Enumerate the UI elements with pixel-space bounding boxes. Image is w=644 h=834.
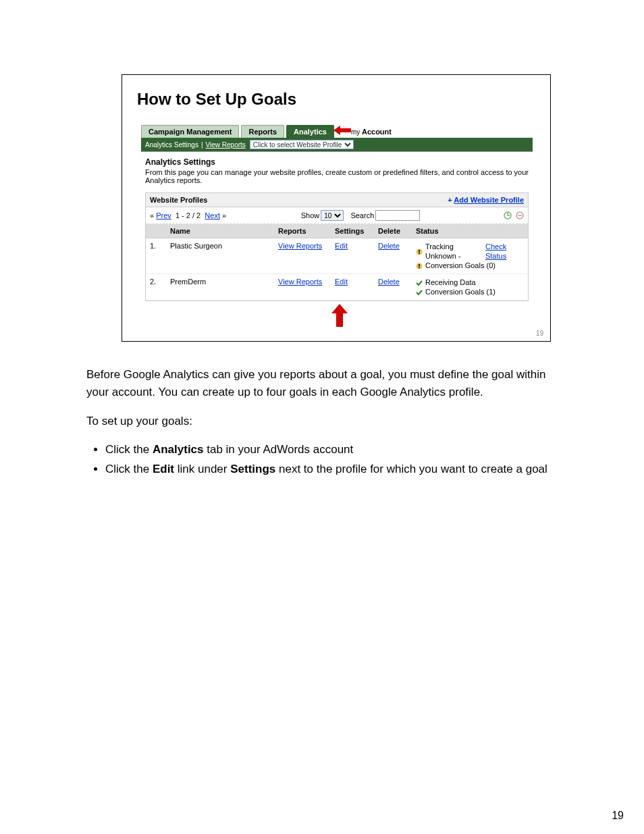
- edit-link[interactable]: Edit: [335, 242, 348, 250]
- pager-rq: »: [222, 211, 226, 219]
- analytics-screenshot: Campaign Management Reports Analytics my…: [141, 125, 533, 329]
- pager-prev[interactable]: Prev: [156, 211, 171, 219]
- col-name: Name: [166, 224, 274, 238]
- svg-rect-6: [419, 253, 420, 255]
- svg-rect-9: [419, 267, 420, 269]
- body-text: Before Google Analytics can give you rep…: [86, 366, 559, 479]
- search-input[interactable]: [375, 210, 420, 221]
- pager-row: « Prev 1 - 2 / 2 Next » Show 10 Search: [146, 207, 528, 224]
- status-text: Tracking Unknown -: [425, 242, 483, 261]
- slide-frame: How to Set Up Goals Campaign Management …: [122, 74, 551, 342]
- step-1: Click the Analytics tab in your AdWords …: [105, 441, 559, 459]
- search-label: Search: [350, 211, 374, 219]
- profiles-table-wrap: Website Profiles + Add Website Profile «…: [145, 192, 529, 301]
- row-status: Tracking Unknown - Check StatusConversio…: [412, 238, 528, 274]
- table-row: 1.Plastic SurgeonView ReportsEditDeleteT…: [146, 238, 528, 274]
- subbar-settings[interactable]: Analytics Settings: [145, 141, 198, 149]
- profiles-table: Name Reports Settings Delete Status 1.Pl…: [146, 224, 528, 301]
- profiles-header: Website Profiles + Add Website Profile: [146, 193, 528, 207]
- show-label: Show: [301, 211, 320, 219]
- row-num: 2.: [146, 274, 166, 301]
- status-text: Conversion Goals (0): [425, 261, 495, 270]
- pager-next[interactable]: Next: [205, 211, 220, 219]
- delete-link[interactable]: Delete: [378, 278, 400, 286]
- add-website-profile-link[interactable]: Add Website Profile: [454, 196, 524, 204]
- row-status: Receiving DataConversion Goals (1): [412, 274, 528, 301]
- steps-list: Click the Analytics tab in your AdWords …: [86, 441, 559, 479]
- svg-rect-8: [419, 264, 420, 267]
- svg-marker-0: [333, 126, 351, 135]
- intro-paragraph: Before Google Analytics can give you rep…: [86, 366, 559, 402]
- content-block: Analytics Settings From this page you ca…: [141, 152, 533, 303]
- status-text: Conversion Goals (1): [425, 287, 495, 296]
- tab-account-label: Account: [362, 128, 392, 136]
- svg-marker-10: [331, 304, 348, 327]
- row-name: PremDerm: [166, 274, 274, 301]
- sub-bar: Analytics Settings | View Reports Click …: [141, 138, 533, 152]
- svg-rect-5: [419, 250, 420, 253]
- add-plus: +: [448, 196, 452, 204]
- show-select[interactable]: 10: [321, 210, 344, 221]
- tab-analytics[interactable]: Analytics: [286, 125, 334, 138]
- tab-row: Campaign Management Reports Analytics my…: [141, 125, 533, 138]
- delete-icon[interactable]: [516, 211, 524, 219]
- delete-link[interactable]: Delete: [378, 242, 400, 250]
- col-settings: Settings: [331, 224, 374, 238]
- subbar-view-reports[interactable]: View Reports: [206, 141, 246, 149]
- refresh-icon[interactable]: [504, 211, 512, 219]
- row-name: Plastic Surgeon: [166, 238, 274, 274]
- step-2: Click the Edit link under Settings next …: [105, 461, 559, 478]
- red-up-arrow-icon: [331, 304, 533, 329]
- col-status: Status: [412, 224, 528, 238]
- check-icon: [416, 288, 423, 295]
- pager-range: 1 - 2 / 2: [176, 211, 200, 219]
- slide-title: How to Set Up Goals: [137, 90, 538, 109]
- steps-intro: To set up your goals:: [86, 413, 559, 430]
- table-row: 2.PremDermView ReportsEditDeleteReceivin…: [146, 274, 528, 301]
- profiles-header-label: Website Profiles: [150, 196, 207, 204]
- tab-campaign-management[interactable]: Campaign Management: [141, 125, 239, 138]
- section-heading: Analytics Settings: [145, 157, 529, 167]
- profile-select[interactable]: Click to select Website Profile: [250, 140, 354, 149]
- view-reports-link[interactable]: View Reports: [278, 278, 322, 286]
- view-reports-link[interactable]: View Reports: [278, 242, 322, 250]
- status-text: Receiving Data: [425, 278, 476, 287]
- check-icon: [416, 279, 423, 286]
- col-delete: Delete: [374, 224, 412, 238]
- pager-lq: «: [150, 211, 154, 219]
- tab-my-account[interactable]: my Account: [336, 126, 398, 138]
- warning-icon: [416, 248, 423, 255]
- edit-link[interactable]: Edit: [335, 278, 348, 286]
- warning-icon: [416, 262, 423, 269]
- slide-page-number: 19: [536, 330, 543, 337]
- col-reports: Reports: [274, 224, 331, 238]
- callout-arrow-icon: [333, 126, 351, 135]
- section-desc: From this page you can manage your websi…: [145, 168, 529, 184]
- row-num: 1.: [146, 238, 166, 274]
- tab-my-prefix: my: [351, 128, 360, 136]
- tab-reports[interactable]: Reports: [241, 125, 284, 138]
- col-num: [146, 224, 166, 238]
- check-status-link[interactable]: Check Status: [485, 242, 524, 261]
